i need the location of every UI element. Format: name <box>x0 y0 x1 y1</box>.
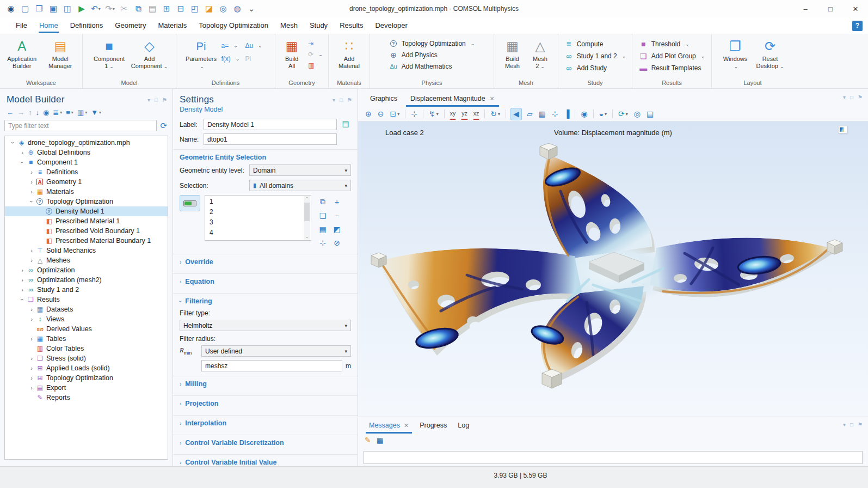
model-manager-button[interactable]: ▤ ModelManager <box>42 37 79 70</box>
add-study-button[interactable]: ∞ Add Study <box>562 63 629 73</box>
tree-expand-icon[interactable]: › <box>28 355 35 362</box>
ribbon-tab-results[interactable]: Results <box>334 19 369 33</box>
functions-button[interactable]: f(x) <box>220 54 244 63</box>
collapse-all-icon[interactable]: ≡▾ <box>66 108 73 117</box>
paste-icon[interactable]: ▤ <box>146 2 159 15</box>
label-field[interactable] <box>204 119 337 130</box>
tree-expand-icon[interactable]: › <box>19 286 26 293</box>
update-plot-icon[interactable]: ⟳▾ <box>618 108 629 120</box>
add-physics-button[interactable]: ⊕ Add Physics <box>387 50 477 60</box>
go-to-default-view-icon[interactable]: ↯▾ <box>428 108 439 120</box>
tree-node-meshes[interactable]: ›△Meshes <box>5 255 168 265</box>
domain-list-item[interactable]: 3 <box>210 217 303 228</box>
delete-icon[interactable]: ⊟ <box>174 2 187 15</box>
tree-node-datasets[interactable]: ›▦Datasets <box>5 304 168 314</box>
move-up-icon[interactable]: ↑ <box>28 108 32 117</box>
select-box-icon[interactable]: ◰ <box>188 2 201 15</box>
virtual-operations-button[interactable]: ▥ <box>306 61 325 70</box>
rename-icon[interactable]: ▤ <box>340 119 351 130</box>
parameter-case-button[interactable]: Pi <box>244 54 268 63</box>
add-plot-group-button[interactable]: ❏ Add Plot Group <box>637 51 707 61</box>
tree-expand-icon[interactable]: › <box>28 316 35 322</box>
copy-icon[interactable]: ⧉ <box>132 2 145 15</box>
panel-menu-icon[interactable]: ▾ <box>333 97 335 103</box>
axes-icon[interactable]: ⊹ <box>551 108 559 120</box>
section-projection[interactable]: ›Projection <box>180 400 351 411</box>
panel-pin-icon[interactable]: ⚑ <box>858 422 863 428</box>
mesh-button[interactable]: △ Mesh2 <box>527 37 553 70</box>
tree-node-optimization[interactable]: ›∞Optimization <box>5 265 168 275</box>
tree-node-stress-solid-[interactable]: ›❏Stress (solid) <box>5 353 168 363</box>
threshold-button[interactable]: ■ Threshold <box>637 39 707 49</box>
ribbon-tab-file[interactable]: File <box>10 19 33 33</box>
tree-node-prescribed-material-1[interactable]: ◧Prescribed Material 1 <box>5 216 168 226</box>
panel-pin-icon[interactable]: ⚑ <box>162 97 167 103</box>
snapshot-icon[interactable]: ◎ <box>633 108 641 120</box>
reset-desktop-button[interactable]: ⟳ ResetDesktop <box>753 37 787 70</box>
ribbon-tab-definitions[interactable]: Definitions <box>64 19 109 33</box>
active-toggle-button[interactable] <box>180 195 200 211</box>
copy-selection-icon[interactable]: ❏ <box>316 209 330 222</box>
close-tab-icon[interactable]: ✕ <box>404 422 409 429</box>
tree-expand-icon[interactable]: › <box>10 139 16 147</box>
clear-messages-icon[interactable]: ✎ <box>365 436 371 444</box>
tree-node-density-model-1[interactable]: ?Density Model 1 <box>5 206 168 216</box>
zoom-out-icon[interactable]: ⊖ <box>377 108 385 120</box>
compute-button[interactable]: = Compute <box>562 39 629 49</box>
graphics-canvas[interactable]: Load case 2 Volume: Displacement magnitu… <box>358 121 868 417</box>
tree-node-materials[interactable]: ›▦Materials <box>5 187 168 197</box>
tree-expand-icon[interactable]: › <box>28 365 35 371</box>
back-icon[interactable]: ← <box>7 108 14 117</box>
section-interpolation[interactable]: ›Interpolation <box>180 419 351 430</box>
close-button[interactable]: ✕ <box>843 0 868 17</box>
run-icon[interactable]: ▶ <box>75 2 88 15</box>
ribbon-tab-geometry[interactable]: Geometry <box>109 19 152 33</box>
tree-node-tables[interactable]: ›▦Tables <box>5 334 168 344</box>
filter-type-select[interactable]: Helmholtz <box>180 320 351 331</box>
ribbon-tab-study[interactable]: Study <box>304 19 334 33</box>
help-button[interactable]: ? <box>852 21 863 31</box>
color-legend-icon[interactable]: ▐ <box>563 108 570 120</box>
tree-node-prescribed-void-boundary-1[interactable]: ◧Prescribed Void Boundary 1 <box>5 226 168 236</box>
result-templates-button[interactable]: ▬ Result Templates <box>637 63 707 73</box>
ribbon-tab-mesh[interactable]: Mesh <box>274 19 304 33</box>
section-control-variable-initial-value[interactable]: ›Control Variable Initial Value <box>180 459 351 466</box>
update-geometry-button[interactable]: ⟳ <box>306 50 325 59</box>
tree-node-topology-optimization[interactable]: ›?Topology Optimization <box>5 197 168 206</box>
undo-icon[interactable]: ↶▾ <box>89 2 102 15</box>
transparency-icon[interactable]: ▱ <box>526 108 533 120</box>
zoom-box-icon[interactable]: ⊡▾ <box>389 108 400 120</box>
create-selection-icon[interactable]: ⧉ <box>316 195 330 209</box>
import-geometry-button[interactable]: ⇥ <box>306 39 325 48</box>
forward-icon[interactable]: → <box>17 108 24 117</box>
selection-select[interactable]: ▮ All domains <box>249 180 351 191</box>
tree-node-solid-mechanics[interactable]: ›⊤Solid Mechanics <box>5 246 168 255</box>
section-equation[interactable]: ›Equation <box>180 278 351 289</box>
panel-float-icon[interactable]: □ <box>850 422 853 428</box>
zoom-extents-icon[interactable]: ⊹ <box>410 108 418 120</box>
application-builder-button[interactable]: A ApplicationBuilder <box>3 37 41 70</box>
panel-menu-icon[interactable]: ▾ <box>843 422 846 428</box>
add-material-button[interactable]: ∷ AddMaterial <box>333 37 366 70</box>
ribbon-tab-materials[interactable]: Materials <box>152 19 193 33</box>
tree-node-results[interactable]: ›❏Results <box>5 295 168 304</box>
ribbon-tab-topology-optimization[interactable]: Topology Optimization <box>193 19 274 33</box>
tree-expand-icon[interactable]: › <box>28 375 35 381</box>
print-icon[interactable]: ▤ <box>646 108 654 120</box>
tree-expand-icon[interactable]: › <box>28 188 35 195</box>
tree-expand-icon[interactable]: › <box>19 149 26 156</box>
tree-node-views[interactable]: ›↕Views <box>5 314 168 324</box>
tree-expand-icon[interactable]: › <box>28 179 35 185</box>
customize-toolbar-icon[interactable]: ⌄ <box>245 2 258 15</box>
tree-node-reports[interactable]: ✎Reports <box>5 393 168 402</box>
refresh-icon[interactable]: ⟳ <box>160 121 167 131</box>
rotate-view-icon[interactable]: ↻▾ <box>490 108 501 120</box>
pick-region-icon[interactable]: ◩ <box>330 222 344 236</box>
view-lock-icon[interactable]: ◉ <box>580 108 588 120</box>
nonlocal-couplings-button[interactable]: Δu <box>244 41 268 50</box>
tree-node-topology-optimization[interactable]: ›⊞Topology Optimization <box>5 373 168 383</box>
name-field[interactable] <box>204 133 337 145</box>
comsol-app-icon[interactable]: ◉ <box>4 2 17 15</box>
entity-level-select[interactable]: Domain <box>249 164 351 176</box>
filter-radius-input[interactable] <box>201 360 342 371</box>
